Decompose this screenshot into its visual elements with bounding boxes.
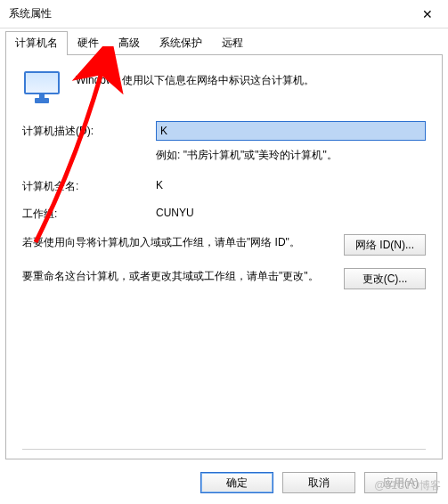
workgroup-label: 工作组: — [22, 207, 156, 222]
tab-label: 远程 — [222, 37, 243, 49]
tab-remote[interactable]: 远程 — [212, 31, 253, 55]
titlebar: 系统属性 ✕ — [0, 0, 448, 28]
tab-hardware[interactable]: 硬件 — [68, 31, 109, 55]
close-button[interactable]: ✕ — [407, 0, 448, 28]
tab-label: 高级 — [118, 37, 140, 49]
full-name-label: 计算机全名: — [22, 179, 156, 194]
tab-label: 计算机名 — [15, 37, 58, 49]
button-label: 取消 — [308, 476, 330, 489]
network-id-text: 若要使用向导将计算机加入域或工作组，请单击"网络 ID"。 — [22, 234, 344, 251]
workgroup-value: CUNYU — [156, 207, 194, 222]
cancel-button[interactable]: 取消 — [282, 472, 355, 493]
ok-button[interactable]: 确定 — [200, 472, 273, 493]
button-label: 应用(A) — [383, 476, 419, 489]
separator — [22, 449, 426, 450]
tab-panel-computer-name: Windows 使用以下信息在网络中标识这台计算机。 计算机描述(D): 例如:… — [5, 55, 443, 459]
button-label: 网络 ID(N)... — [355, 239, 414, 251]
full-name-value: K — [156, 179, 163, 194]
description-input[interactable] — [156, 121, 426, 141]
button-label: 确定 — [226, 476, 248, 489]
apply-button[interactable]: 应用(A) — [364, 472, 437, 493]
tab-advanced[interactable]: 高级 — [109, 31, 150, 55]
network-id-button[interactable]: 网络 ID(N)... — [344, 234, 426, 256]
description-label: 计算机描述(D): — [22, 124, 156, 139]
tab-label: 硬件 — [77, 37, 99, 49]
tabstrip: 计算机名 硬件 高级 系统保护 远程 — [0, 28, 448, 55]
change-button[interactable]: 更改(C)... — [344, 268, 426, 289]
dialog-footer: 确定 取消 应用(A) — [0, 465, 448, 500]
change-text: 要重命名这台计算机，或者更改其域或工作组，请单击"更改"。 — [22, 268, 344, 285]
close-icon: ✕ — [422, 7, 433, 21]
tab-computer-name[interactable]: 计算机名 — [5, 31, 68, 55]
button-label: 更改(C)... — [362, 272, 408, 285]
tab-label: 系统保护 — [159, 37, 202, 49]
description-hint: 例如: "书房计算机"或"美玲的计算机"。 — [156, 148, 426, 163]
tab-system-protection[interactable]: 系统保护 — [150, 31, 212, 55]
window-title: 系统属性 — [9, 6, 52, 21]
computer-icon — [22, 71, 61, 103]
intro-text: Windows 使用以下信息在网络中标识这台计算机。 — [76, 71, 314, 88]
